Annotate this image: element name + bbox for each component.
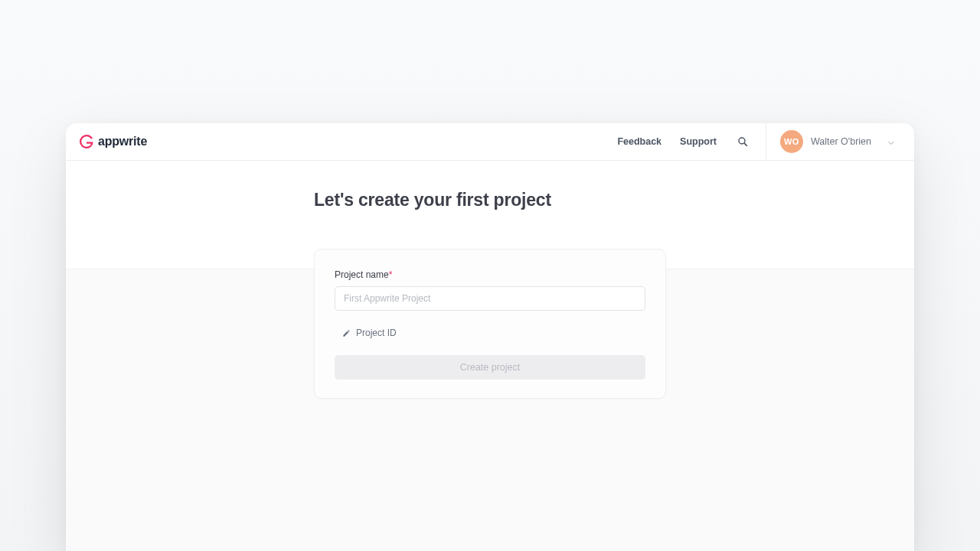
project-id-label: Project ID [356,328,397,338]
brand-name: appwrite [98,135,147,148]
appwrite-logo-icon [80,135,93,148]
required-asterisk: * [389,269,393,280]
support-link[interactable]: Support [680,136,717,147]
search-icon [737,135,749,148]
app-window: appwrite Feedback Support WO Walter O'br… [66,123,914,551]
search-button[interactable] [737,135,749,148]
header-bar: appwrite Feedback Support WO Walter O'br… [66,123,914,161]
create-project-button[interactable]: Create project [335,355,645,380]
chevron-down-icon [887,137,896,146]
user-menu[interactable]: WO Walter O'brien [780,130,900,153]
page-title: Let's create your first project [314,190,551,210]
user-name: Walter O'brien [811,136,871,147]
svg-line-1 [744,143,746,145]
create-project-card: Project name* Project ID Create project [314,249,666,399]
avatar: WO [780,130,803,153]
header-divider [766,123,766,161]
project-name-label: Project name* [335,269,645,280]
header-nav: Feedback Support [617,135,749,148]
pencil-icon [342,329,351,337]
brand-logo[interactable]: appwrite [80,135,147,148]
feedback-link[interactable]: Feedback [617,136,662,147]
project-id-toggle[interactable]: Project ID [335,328,645,338]
project-name-label-text: Project name [335,269,389,280]
project-name-input[interactable] [335,286,645,311]
